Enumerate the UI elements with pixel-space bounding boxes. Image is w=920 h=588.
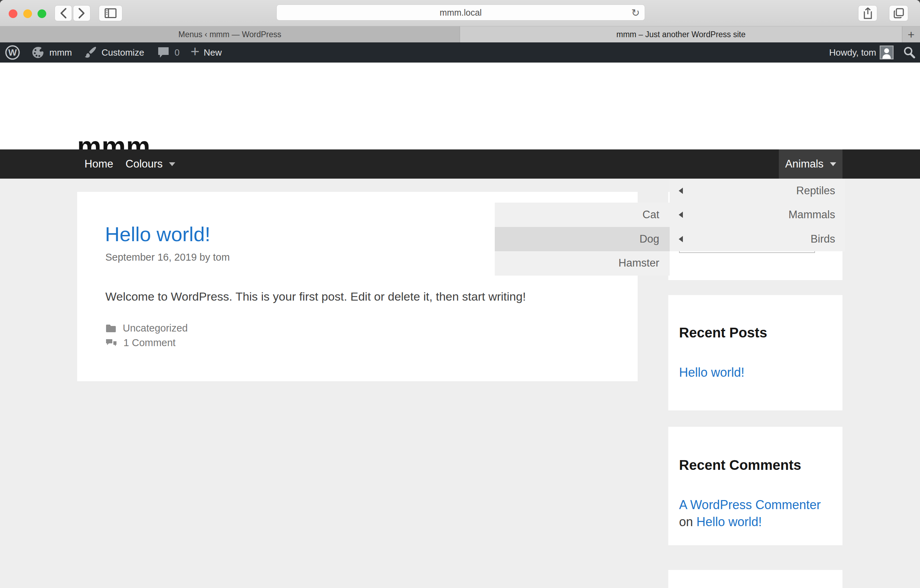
chevron-right-icon: [78, 8, 86, 19]
wp-logo-menu[interactable]: W: [5, 42, 20, 63]
menu-item-reptiles[interactable]: Reptiles: [670, 179, 845, 203]
comment-on-line: on Hello world!: [679, 515, 762, 529]
forward-button[interactable]: [73, 5, 91, 21]
close-window-button[interactable]: [9, 10, 18, 18]
recent-posts-heading: Recent Posts: [679, 325, 767, 341]
tab-bar: Menus ‹ mmm — WordPress mmm – Just anoth…: [0, 26, 920, 42]
site-name-label: mmm: [49, 47, 72, 58]
chevron-left-icon: [679, 236, 683, 242]
reload-icon[interactable]: ↻: [632, 7, 640, 19]
howdy-label: Howdy, tom: [829, 47, 876, 58]
commented-post-link[interactable]: Hello world!: [696, 515, 762, 529]
recent-comments-widget: Recent Comments A WordPress Commenter on…: [668, 427, 842, 545]
menu-item-label: Dog: [640, 233, 659, 246]
menu-item-label: Mammals: [789, 208, 835, 221]
menu-item-label: Cat: [643, 208, 659, 221]
site-header: mmm Just another WordPress site: [0, 63, 920, 149]
menu-item-mammals[interactable]: Mammals: [670, 203, 845, 227]
post-meta: September 16, 2019 by tom: [105, 252, 230, 263]
browser-titlebar: mmm.local ↻: [0, 0, 920, 26]
site-icon: [31, 46, 44, 59]
nav-animals-label: Animals: [785, 158, 823, 170]
minimize-window-button[interactable]: [23, 10, 32, 18]
plus-icon: +: [191, 43, 199, 60]
post-comments-row: 1 Comment: [105, 337, 176, 349]
my-account-menu[interactable]: Howdy, tom: [829, 42, 876, 63]
tab-overview-icon: [894, 8, 904, 18]
menu-item-label: Hamster: [619, 257, 659, 269]
back-button[interactable]: [55, 5, 72, 21]
menu-item-label: Birds: [810, 233, 835, 246]
comment-author-link[interactable]: A WordPress Commenter: [679, 498, 821, 512]
avatar[interactable]: [880, 42, 894, 63]
post-category-link[interactable]: Uncategorized: [123, 323, 188, 334]
tab-overview-button[interactable]: [889, 5, 908, 21]
tab-site-front[interactable]: mmm – Just another WordPress site: [460, 26, 902, 42]
comment-bubble-icon: [157, 46, 170, 59]
chevron-left-icon: [60, 8, 67, 19]
post-title-link[interactable]: Hello world!: [105, 223, 211, 246]
menu-item-label: Reptiles: [796, 184, 835, 197]
sidebar-toggle-button[interactable]: [99, 5, 122, 21]
customize-label: Customize: [102, 47, 144, 58]
folder-icon: [105, 324, 117, 333]
tab-title: Menus ‹ mmm — WordPress: [178, 30, 281, 39]
post-body: Welcome to WordPress. This is your first…: [105, 290, 526, 304]
recent-post-link[interactable]: Hello world!: [679, 365, 744, 380]
url-text: mmm.local: [440, 8, 482, 18]
chevron-left-icon: [679, 212, 683, 218]
zoom-window-button[interactable]: [37, 10, 46, 18]
recent-comments-heading: Recent Comments: [679, 457, 801, 473]
menu-item-dog[interactable]: Dog: [495, 227, 670, 251]
comments-menu[interactable]: 0: [157, 42, 180, 63]
site-name-menu[interactable]: mmm: [31, 42, 72, 63]
new-content-menu[interactable]: + New: [191, 42, 222, 63]
address-bar[interactable]: mmm.local ↻: [276, 5, 645, 21]
new-label: New: [204, 47, 222, 58]
wordpress-logo-icon: W: [5, 45, 20, 60]
bottom-widget: [668, 570, 842, 588]
chevron-down-icon: [830, 162, 836, 166]
nav-item-animals[interactable]: Animals: [779, 149, 842, 179]
search-toggle[interactable]: [902, 42, 916, 63]
wp-admin-bar: W mmm Customize 0 + New Howdy, tom: [0, 42, 920, 63]
search-icon: [902, 46, 916, 59]
chevron-down-icon: [169, 162, 175, 166]
share-icon: [863, 7, 872, 19]
sidebar-icon: [105, 8, 117, 18]
recent-posts-widget: Recent Posts Hello world!: [668, 295, 842, 410]
nav-home-label: Home: [84, 158, 113, 170]
menu-item-cat[interactable]: Cat: [495, 203, 670, 227]
nav-colours-label: Colours: [126, 158, 163, 170]
new-tab-button[interactable]: +: [902, 26, 920, 42]
chevron-left-icon: [679, 187, 683, 194]
main-navigation: Home Colours Animals: [0, 149, 920, 179]
connector-text: on: [679, 515, 696, 529]
post-comments-link[interactable]: 1 Comment: [123, 337, 176, 349]
comments-icon: [105, 338, 117, 348]
nav-item-home[interactable]: Home: [84, 149, 113, 179]
plus-icon: +: [908, 28, 915, 41]
nav-item-colours[interactable]: Colours: [126, 149, 175, 179]
tab-wordpress-admin[interactable]: Menus ‹ mmm — WordPress: [0, 26, 460, 42]
svg-text:W: W: [8, 47, 17, 58]
tab-title: mmm – Just another WordPress site: [617, 30, 746, 39]
customize-menu[interactable]: Customize: [83, 42, 144, 63]
paintbrush-icon: [83, 46, 97, 59]
menu-item-birds[interactable]: Birds: [670, 227, 845, 251]
post-category-row: Uncategorized: [105, 323, 188, 334]
menu-item-hamster[interactable]: Hamster: [495, 251, 670, 276]
share-button[interactable]: [858, 5, 877, 21]
comments-count: 0: [175, 47, 180, 58]
safari-window: mmm.local ↻ Menus ‹ mmm — WordPress mmm …: [0, 0, 920, 588]
mammals-submenu: Cat Dog Hamster: [495, 203, 670, 276]
animals-submenu: Reptiles Mammals Birds: [670, 179, 845, 251]
